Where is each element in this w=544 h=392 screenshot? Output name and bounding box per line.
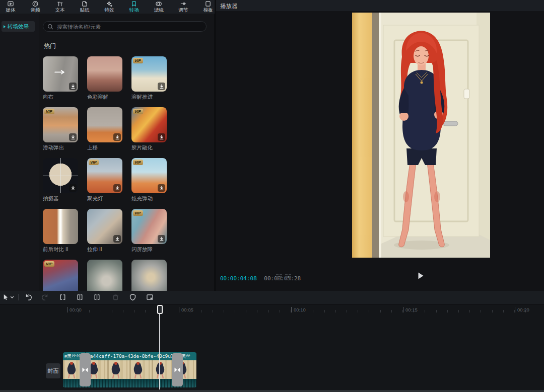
toolbar-divider — [18, 294, 19, 300]
search-bar[interactable] — [43, 21, 207, 32]
transition-thumbnail[interactable] — [87, 209, 122, 244]
media-icon — [7, 1, 14, 7]
nav-template[interactable]: 模板 — [197, 0, 219, 13]
clip-name[interactable]: 1a44caff-170a-43de-8bfe-40c9u777J0 — [86, 352, 177, 360]
transition-thumbnail[interactable] — [43, 209, 78, 244]
transition-card[interactable]: VIP 闪屏故障 — [131, 209, 167, 252]
vip-badge: VIP — [133, 58, 143, 63]
download-icon — [158, 83, 165, 90]
transition-card[interactable] — [87, 260, 122, 291]
nav-label: 音频 — [31, 7, 40, 13]
transition-thumbnail[interactable]: VIP — [131, 56, 167, 92]
select-cursor-icon[interactable] — [2, 293, 10, 301]
transition-card[interactable]: VIP 聚光灯 — [87, 158, 122, 201]
transition-thumbnail[interactable]: VIP — [131, 209, 167, 244]
transition-thumbnail[interactable]: VIP — [131, 107, 167, 142]
nav-filter[interactable]: 滤镜 — [148, 0, 169, 13]
transition-card[interactable]: 上移 — [87, 107, 122, 150]
section-title-hot: 热门 — [44, 42, 56, 50]
video-preview — [352, 13, 490, 258]
nav-transition[interactable]: 转场 — [123, 0, 145, 13]
transition-card[interactable]: 色彩溶解 — [87, 56, 122, 100]
transition-label: 滑动弹出 — [43, 144, 78, 151]
transition-card[interactable]: VIP — [43, 260, 78, 291]
nav-label: 文本 — [55, 7, 65, 13]
download-icon — [158, 133, 165, 141]
play-button[interactable] — [417, 272, 424, 280]
nav-text[interactable]: 文本 — [49, 0, 71, 13]
transition-label: 拉伸 II — [87, 246, 122, 253]
download-icon — [69, 184, 77, 192]
transition-card[interactable]: VIP 滑动弹出 — [43, 107, 78, 150]
trim-left-icon[interactable] — [76, 293, 84, 301]
search-icon — [47, 24, 53, 30]
trim-right-icon[interactable] — [93, 293, 101, 301]
transition-thumbnail[interactable] — [43, 56, 78, 92]
capcut-app: 媒体 音频 文本 贴纸 特效 转场 滤镜 调节 — [0, 0, 544, 392]
ruler-label: 00:00 — [67, 307, 82, 312]
transition-card[interactable]: 向右 — [43, 56, 78, 100]
sidebar-item-transition-effects[interactable]: 转场效果 — [2, 21, 35, 32]
ruler-label: 00:20 — [515, 307, 529, 312]
transition-label: 向右 — [43, 94, 78, 101]
transition-card[interactable]: VIP 溶解推进 — [131, 56, 167, 100]
download-icon — [69, 133, 77, 141]
horizontal-scrollbar[interactable] — [0, 390, 544, 392]
player-title-bar — [216, 0, 544, 11]
vip-badge: VIP — [133, 210, 143, 216]
chevron-down-icon[interactable] — [10, 295, 18, 303]
transition-thumbnail[interactable] — [43, 158, 78, 193]
nav-media[interactable]: 媒体 — [0, 0, 21, 13]
undo-icon[interactable] — [25, 293, 33, 301]
nav-effects[interactable]: 特效 — [99, 0, 120, 13]
freeze-shield-icon[interactable] — [129, 293, 137, 301]
transition-thumbnail[interactable]: VIP — [131, 158, 167, 193]
timeline-toolbar — [0, 291, 544, 304]
transition-label: 炫光弹动 — [131, 195, 167, 202]
transition-card[interactable]: 拍摄器 — [43, 158, 78, 201]
transition-card[interactable]: 前后对比 II — [43, 209, 78, 252]
transition-label: 拍摄器 — [43, 195, 78, 202]
transition-label: 胶片融化 — [131, 144, 167, 151]
timeline: 00:00 00:05 00:10 00:15 00:20 封面 #黑丝丝 1a… — [0, 291, 544, 392]
matting-icon[interactable] — [146, 293, 154, 301]
sticker-icon — [81, 1, 88, 7]
nav-audio[interactable]: 音频 — [25, 0, 46, 13]
transition-thumbnail[interactable] — [87, 260, 122, 291]
transition-marker[interactable] — [172, 353, 183, 386]
nav-sticker[interactable]: 贴纸 — [74, 0, 95, 13]
delete-icon[interactable] — [112, 293, 120, 301]
nav-adjust[interactable]: 调节 — [173, 0, 194, 13]
transition-card[interactable]: 拉伸 II — [87, 209, 122, 252]
download-icon — [113, 235, 121, 243]
transition-thumbnail[interactable] — [87, 107, 122, 142]
download-icon — [158, 184, 165, 192]
transition-label: 溶解推进 — [131, 94, 167, 101]
transition-thumbnail[interactable]: VIP — [43, 260, 78, 291]
arrow-right-overlay — [54, 69, 67, 75]
timeline-ruler[interactable]: 00:00 00:05 00:10 00:15 00:20 — [0, 304, 544, 316]
layout-grid-icon[interactable] — [276, 274, 282, 280]
download-icon — [69, 83, 77, 90]
ruler-label: 00:05 — [179, 307, 193, 312]
nav-label: 模板 — [203, 7, 213, 13]
transition-label: 上移 — [87, 144, 122, 151]
player-panel: 播放器 — [216, 0, 544, 291]
layout-grid-icon[interactable] — [285, 274, 291, 280]
transition-thumbnail[interactable]: VIP — [43, 107, 78, 142]
transition-thumbnail[interactable] — [131, 260, 167, 291]
transition-card[interactable]: VIP 炫光弹动 — [131, 158, 167, 201]
redo-icon[interactable] — [41, 293, 49, 301]
nav-label: 特效 — [105, 7, 114, 13]
transition-marker[interactable] — [80, 353, 91, 386]
vip-badge: VIP — [44, 261, 54, 267]
transition-thumbnail[interactable] — [87, 56, 122, 92]
transition-card[interactable]: VIP 胶片融化 — [131, 107, 167, 150]
split-icon[interactable] — [59, 293, 67, 301]
cover-button[interactable]: 封面 — [46, 363, 60, 378]
transition-thumbnail[interactable]: VIP — [87, 158, 122, 193]
transition-card[interactable] — [131, 260, 167, 291]
effects-icon — [106, 1, 113, 7]
search-input[interactable] — [56, 23, 202, 30]
nav-label: 滤镜 — [154, 7, 164, 13]
